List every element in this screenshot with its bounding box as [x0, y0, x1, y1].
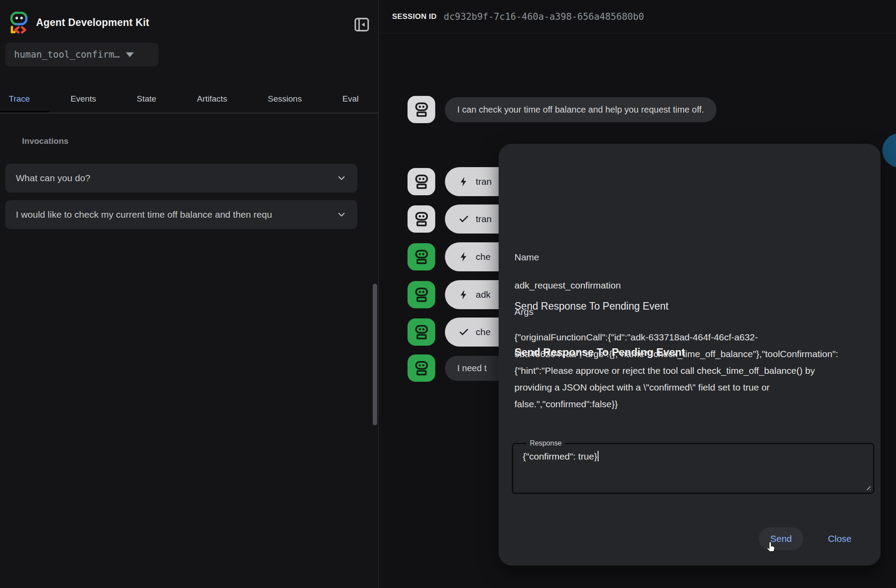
send-button-label: Send: [770, 533, 792, 544]
chip-label: adk: [476, 289, 491, 300]
pending-event-dialog: Send Response To Pending Event Send Resp…: [499, 144, 881, 566]
robot-agent-icon: [408, 318, 435, 346]
args-value: {"originalFunctionCall":{"id":"adk-63371…: [514, 329, 849, 413]
bolt-icon: [458, 251, 470, 263]
adk-logo-icon: [10, 11, 30, 33]
bolt-icon: [458, 176, 470, 187]
session-id-value: dc932b9f-7c16-460a-a398-656a485680b0: [444, 11, 644, 22]
name-value: adk_request_confirmation: [514, 280, 621, 291]
invocation-item[interactable]: What can you do?: [5, 164, 357, 193]
chevron-down-icon: [336, 209, 347, 220]
send-button[interactable]: Send: [759, 527, 803, 550]
response-input[interactable]: Response {"confirmed": true}: [512, 439, 874, 494]
agent-selector-dropdown[interactable]: human_tool_confirm…: [5, 43, 158, 66]
sidebar-header: Agent Development Kit: [0, 0, 378, 40]
robot-agent-icon: [408, 205, 435, 233]
invocation-item[interactable]: I would like to check my current time of…: [5, 200, 357, 229]
check-icon: [458, 213, 470, 225]
resize-handle-icon[interactable]: [865, 484, 870, 490]
caret-down-icon: [126, 52, 134, 57]
robot-agent-icon: [408, 354, 435, 382]
chat-bubble: I can check your time off balance and he…: [445, 97, 716, 122]
adk-web-ui: Agent Development Kit human_tool_confirm…: [0, 0, 896, 588]
tab-eval[interactable]: Eval: [341, 86, 360, 112]
dialog-title: Send Response To Pending Event: [514, 300, 668, 312]
tab-trace[interactable]: Trace: [7, 86, 32, 112]
close-button[interactable]: Close: [816, 527, 863, 550]
name-label: Name: [514, 252, 539, 263]
chip-label: tran: [476, 176, 492, 187]
dialog-actions: Send Close: [759, 527, 863, 550]
collapse-panel-button[interactable]: [352, 15, 371, 34]
close-button-label: Close: [828, 533, 852, 544]
invocations-heading: Invocations: [22, 136, 69, 146]
sidebar-scrollbar-thumb[interactable]: [373, 284, 377, 425]
tabbar: Trace Events State Artifacts Sessions Ev…: [0, 85, 378, 113]
invocation-text: What can you do?: [16, 173, 90, 183]
robot-agent-icon: [408, 281, 435, 308]
app-title: Agent Development Kit: [36, 17, 149, 29]
args-label: Args: [514, 307, 533, 317]
collapse-panel-icon: [352, 15, 371, 34]
robot-agent-icon: [408, 96, 435, 123]
chip-label: che: [476, 252, 491, 262]
chip-label: tran: [476, 214, 492, 224]
tab-events[interactable]: Events: [69, 86, 98, 112]
invocation-text: I would like to check my current time of…: [16, 209, 272, 220]
chat-message-row: I can check your time off balance and he…: [408, 96, 716, 123]
robot-agent-icon: [408, 168, 435, 195]
tab-artifacts[interactable]: Artifacts: [195, 86, 229, 112]
check-icon: [458, 326, 470, 338]
chip-label: che: [476, 327, 491, 337]
tab-sessions[interactable]: Sessions: [266, 86, 304, 112]
robot-agent-icon: [408, 243, 435, 270]
session-bar: SESSION ID dc932b9f-7c16-460a-a398-656a4…: [379, 0, 896, 33]
response-field-label: Response: [526, 439, 565, 447]
agent-selector-value: human_tool_confirm…: [14, 49, 120, 60]
sidebar: Agent Development Kit human_tool_confirm…: [0, 0, 379, 588]
text-cursor: [598, 451, 599, 461]
bolt-icon: [458, 289, 470, 300]
session-id-label: SESSION ID: [392, 12, 437, 21]
response-field-value: {"confirmed": true}: [523, 451, 597, 461]
chevron-down-icon: [336, 173, 347, 183]
tab-state[interactable]: State: [135, 86, 158, 112]
